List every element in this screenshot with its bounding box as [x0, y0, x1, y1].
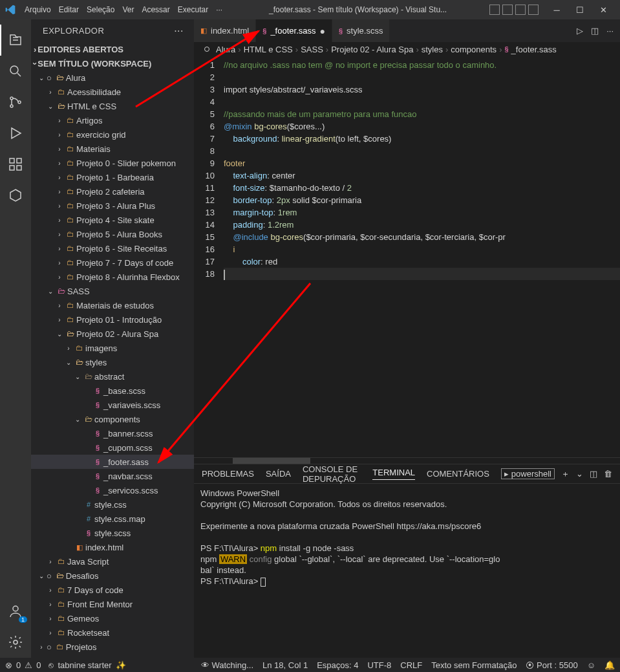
breadcrumb-segment[interactable]: _footer.sass	[511, 45, 557, 54]
watching-status[interactable]: 👁 Watching...	[201, 660, 253, 670]
extensions-icon[interactable]	[0, 149, 31, 180]
workspace-section[interactable]: › SEM TÍTULO (WORKSPACE)	[31, 56, 194, 70]
file-style-scss[interactable]: §style.scss	[31, 526, 194, 540]
menu-arquivo[interactable]: Arquivo	[21, 5, 55, 14]
explorer-icon[interactable]	[0, 25, 31, 56]
new-terminal-icon[interactable]: ＋	[561, 468, 570, 480]
folder-artigos[interactable]: ›🗀Artigos	[31, 113, 194, 127]
layout-icon[interactable]	[489, 5, 500, 15]
folder-projeto-02-alura-spa[interactable]: ⌄🗁Projeto 02 - Alura Spa	[31, 327, 194, 341]
code-content[interactable]: //no arquivo .sass nao tem @ no import e…	[224, 56, 620, 457]
menu-executar[interactable]: Executar	[174, 5, 212, 14]
file-style-css-map[interactable]: #style.css.map	[31, 512, 194, 526]
breadcrumb[interactable]: Alura › HTML e CSS › SASS › Projeto 02 -…	[194, 42, 620, 56]
folder-materiais-de-estudos[interactable]: ›🗀Materiais de estudos	[31, 298, 194, 312]
folder-projetos[interactable]: ›○🗀Projetos	[31, 640, 194, 654]
folder-projeto-01-introdu-o[interactable]: ›🗀Projeto 01 - Introdução	[31, 312, 194, 327]
menu-···[interactable]: ···	[212, 5, 226, 14]
breadcrumb-segment[interactable]: components	[451, 45, 497, 54]
folder-front-end-mentor[interactable]: ›🗀Front End Mentor	[31, 597, 194, 611]
tabnine-status[interactable]: ⎋ tabnine starter ✨	[48, 660, 125, 670]
folder-sass[interactable]: ⌄🗁SASS	[31, 284, 194, 298]
tab-style-scss[interactable]: §style.scss	[332, 19, 390, 42]
split-terminal-icon[interactable]: ◫	[590, 469, 597, 479]
file--cupom-scss[interactable]: §_cupom.scss	[31, 440, 194, 455]
folder-projeto-0-slider-pokemon[interactable]: ›🗀Projeto 0 - Slider pokemon	[31, 156, 194, 170]
menu-editar[interactable]: Editar	[55, 5, 83, 14]
live-server-port[interactable]: ⦿ Port : 5500	[526, 660, 577, 670]
scrollbar-thumb[interactable]	[233, 458, 310, 464]
folder-alura[interactable]: ⌄○🗁Alura	[31, 70, 194, 85]
source-control-icon[interactable]	[0, 87, 31, 118]
modified-dot-icon[interactable]: ●	[319, 26, 325, 36]
folder-components[interactable]: ⌄🗁components	[31, 412, 194, 426]
more-actions-icon[interactable]: ···	[174, 25, 184, 37]
accounts-icon[interactable]: 1	[0, 596, 31, 627]
menu-seleção[interactable]: Seleção	[83, 5, 118, 14]
file-style-css[interactable]: #style.css	[31, 497, 194, 512]
run-debug-icon[interactable]	[0, 118, 31, 149]
indentation[interactable]: Espaços: 4	[317, 660, 358, 670]
menu-ver[interactable]: Ver	[118, 5, 138, 14]
tab--footer-sass[interactable]: §_footer.sass●	[256, 19, 332, 42]
split-editor-icon[interactable]: ◫	[591, 26, 599, 36]
folder-rocketseat[interactable]: ›🗀Rocketseat	[31, 625, 194, 640]
maximize-button[interactable]: ☐	[568, 0, 592, 19]
layout-icon[interactable]	[502, 5, 513, 15]
hex-icon[interactable]	[0, 180, 31, 211]
folder-projeto-7-7-days-of-code[interactable]: ›🗀Projeto 7 - 7 Days of code	[31, 255, 194, 270]
open-editors-section[interactable]: › EDITORES ABERTOS	[31, 42, 194, 56]
folder-imagens[interactable]: ›🗀imagens	[31, 341, 194, 355]
code-editor[interactable]: 123456789101112131415161718 //no arquivo…	[194, 56, 620, 457]
encoding[interactable]: UTF-8	[367, 660, 391, 670]
folder-projeto-2-cafeteria[interactable]: ›🗀Projeto 2 cafeteria	[31, 184, 194, 199]
folder-acessibilidade[interactable]: ›🗀Acessibilidade	[31, 85, 194, 99]
layout-controls[interactable]	[489, 5, 539, 15]
file--base-scss[interactable]: §_base.scss	[31, 384, 194, 398]
panel-tab-console-de-depuração[interactable]: CONSOLE DE DEPURAÇÃO	[303, 464, 361, 484]
folder-projeto-8-alurinha-flexbox[interactable]: ›🗀Projeto 8 - Alurinha Flexbox	[31, 270, 194, 284]
file--footer-sass[interactable]: §_footer.sass	[31, 455, 194, 469]
eol[interactable]: CRLF	[400, 660, 422, 670]
panel-tab-saída[interactable]: SAÍDA	[266, 469, 291, 479]
folder-projeto-3-alura-plus[interactable]: ›🗀Projeto 3 - Alura Plus	[31, 199, 194, 213]
folder-styles[interactable]: ⌄🗁styles	[31, 355, 194, 369]
settings-gear-icon[interactable]	[0, 627, 31, 658]
folder-projeto-1-barbearia[interactable]: ›🗀Projeto 1 - Barbearia	[31, 170, 194, 184]
minimize-button[interactable]: ─	[545, 0, 568, 19]
kill-terminal-icon[interactable]: 🗑	[604, 469, 612, 479]
run-icon[interactable]: ▷	[577, 26, 583, 36]
folder-desafios[interactable]: ⌄○🗁Desafios	[31, 569, 194, 583]
layout-icon[interactable]	[515, 5, 526, 15]
folder-html-e-css[interactable]: ⌄🗁HTML e CSS	[31, 99, 194, 113]
menu-acessar[interactable]: Acessar	[138, 5, 173, 14]
folder-projeto-6-site-receitas[interactable]: ›🗀Projeto 6 - Site Receitas	[31, 241, 194, 255]
breadcrumb-segment[interactable]: Alura	[216, 45, 235, 54]
file--banner-scss[interactable]: §_banner.scss	[31, 426, 194, 440]
folder-java-script[interactable]: ›🗀Java Script	[31, 554, 194, 569]
breadcrumb-segment[interactable]: SASS	[301, 45, 323, 54]
folder-abstract[interactable]: ⌄🗁abstract	[31, 369, 194, 384]
file--variaveis-scss[interactable]: §_variaveis.scss	[31, 398, 194, 412]
tab-index-html[interactable]: ◧index.html	[194, 19, 256, 42]
bell-icon[interactable]: 🔔	[604, 660, 615, 670]
shell-selector[interactable]: ▸powershell	[501, 468, 555, 479]
horizontal-scrollbar[interactable]	[194, 457, 620, 464]
folder-7-days-of-code[interactable]: ›🗀7 Days of code	[31, 583, 194, 597]
close-button[interactable]: ✕	[592, 0, 615, 19]
layout-icon[interactable]	[528, 5, 539, 15]
file--servicos-scss[interactable]: §_servicos.scss	[31, 483, 194, 497]
folder-projeto-4-site-skate[interactable]: ›🗀Projeto 4 - Site skate	[31, 213, 194, 227]
language-mode[interactable]: Texto sem Formatação	[431, 660, 517, 670]
breadcrumb-segment[interactable]: Projeto 02 - Alura Spa	[331, 45, 413, 54]
panel-tab-problemas[interactable]: PROBLEMAS	[202, 469, 254, 479]
folder-materiais[interactable]: ›🗀Materiais	[31, 142, 194, 156]
cursor-position[interactable]: Ln 18, Col 1	[262, 660, 308, 670]
search-icon[interactable]	[0, 56, 31, 87]
terminal-output[interactable]: Windows PowerShellCopyright (C) Microsof…	[194, 484, 620, 658]
panel-tab-terminal[interactable]: TERMINAL	[372, 468, 415, 480]
chevron-down-icon[interactable]: ⌄	[576, 469, 583, 479]
folder-gemeos[interactable]: ›🗀Gemeos	[31, 611, 194, 625]
more-icon[interactable]: ···	[606, 26, 614, 36]
breadcrumb-segment[interactable]: HTML e CSS	[244, 45, 293, 54]
